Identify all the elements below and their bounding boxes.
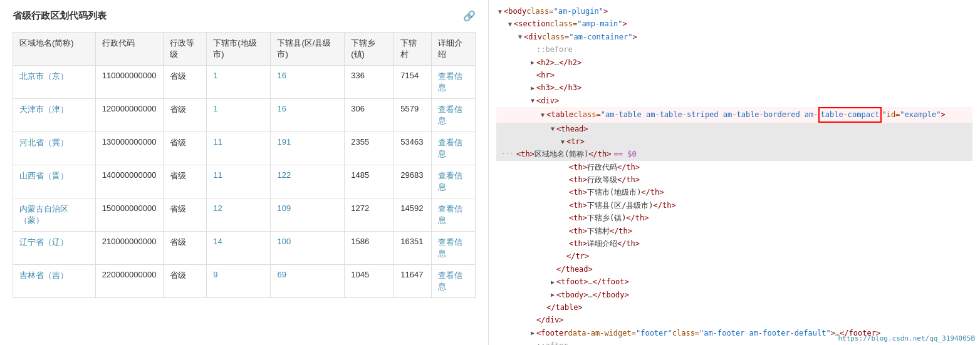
dom-line-th-name: ··· <th>区域地名(简称)</th> == $0 [496,148,972,160]
cell-county[interactable]: 16 [271,99,345,132]
cell-city[interactable]: 1 [207,99,271,132]
cell-detail[interactable]: 查看信息 [432,232,476,265]
cell-level: 省级 [163,265,207,298]
cell-city[interactable]: 1 [207,66,271,99]
status-bar: https://blog.csdn.net/qq_3194005B [838,334,975,342]
cell-city[interactable]: 11 [207,165,271,198]
county-link[interactable]: 191 [277,137,291,147]
county-link[interactable]: 16 [277,104,286,113]
cell-city[interactable]: 9 [207,265,271,298]
city-link[interactable]: 11 [213,137,222,147]
cell-detail[interactable]: 查看信息 [432,132,476,165]
county-link[interactable]: 109 [277,203,291,213]
cell-level: 省级 [163,132,207,165]
triangle-div-container[interactable]: ▼ [516,31,524,42]
triangle-div[interactable]: ▼ [529,95,536,106]
cell-level: 省级 [163,198,207,232]
col-header-city: 下辖市(地级市) [207,33,271,66]
right-panel: ▼ <body class="am-plugin"> ▼ <section cl… [489,0,980,345]
cell-town: 336 [345,66,394,99]
city-link[interactable]: 1 [213,71,217,80]
cell-name[interactable]: 河北省（冀） [13,132,96,165]
detail-link[interactable]: 查看信息 [438,237,462,258]
cell-name[interactable]: 天津市（津） [13,99,96,132]
triangle-section[interactable]: ▼ [506,19,514,29]
table-row: 吉林省（吉）220000000000省级969104511647查看信息 [13,265,476,298]
triangle-h2[interactable]: ▶ [529,57,536,68]
cell-detail[interactable]: 查看信息 [432,66,476,99]
cell-level: 省级 [163,232,207,265]
cell-village: 11647 [394,265,432,298]
cell-code: 130000000000 [95,132,163,165]
county-link[interactable]: 100 [277,237,291,246]
dom-line-section: ▼ <section class="amp-main"> [496,18,972,30]
city-link[interactable]: 9 [213,270,217,279]
dom-line-th-village: <th>下辖村</th> [496,225,972,237]
cell-city[interactable]: 11 [207,132,271,165]
triangle-tbody[interactable]: ▶ [549,289,556,300]
detail-link[interactable]: 查看信息 [438,171,462,192]
detail-link[interactable]: 查看信息 [438,71,462,92]
cell-county[interactable]: 100 [271,232,345,265]
dom-line-th-city: <th>下辖市(地级市)</th> [496,186,972,198]
triangle-table[interactable]: ▼ [539,110,546,120]
cell-county[interactable]: 122 [271,165,345,198]
cell-code: 210000000000 [95,232,163,265]
triangle-tfoot[interactable]: ▶ [549,277,556,287]
region-name-link[interactable]: 山西省（晋） [19,171,68,180]
cell-name[interactable]: 北京市（京） [13,66,96,99]
cell-detail[interactable]: 查看信息 [432,165,476,198]
region-name-link[interactable]: 吉林省（吉） [19,270,68,280]
cell-detail[interactable]: 查看信息 [432,99,476,132]
city-link[interactable]: 12 [213,203,222,213]
region-name-link[interactable]: 天津市（津） [19,105,68,114]
region-name-link[interactable]: 辽宁省（辽） [19,237,68,247]
cell-county[interactable]: 69 [271,265,345,298]
cell-county[interactable]: 109 [271,198,345,232]
data-table: 区域地名(简称) 行政代码 行政等级 下辖市(地级市) 下辖县(区/县级市) 下… [13,32,476,298]
table-row: 内蒙古自治区（蒙）150000000000省级12109127214592查看信… [13,198,476,232]
cell-city[interactable]: 14 [207,232,271,265]
cell-detail[interactable]: 查看信息 [432,265,476,298]
dom-line-table[interactable]: ▼ <table class="am-table am-table-stripe… [496,107,972,122]
detail-link[interactable]: 查看信息 [438,270,462,291]
link-icon[interactable]: 🔗 [463,10,476,22]
city-link[interactable]: 1 [213,104,217,113]
detail-link[interactable]: 查看信息 [438,105,462,125]
cell-level: 省级 [163,165,207,198]
cell-name[interactable]: 辽宁省（辽） [13,232,96,265]
cell-town: 306 [345,99,394,132]
county-link[interactable]: 16 [277,71,286,80]
cell-level: 省级 [163,66,207,99]
left-panel: 省级行政区划代码列表 🔗 区域地名(简称) 行政代码 行政等级 下辖市(地级市)… [0,0,489,345]
dom-line-thead: ▼ <thead> [496,123,972,135]
cell-detail[interactable]: 查看信息 [432,198,476,232]
city-link[interactable]: 11 [213,170,222,180]
dom-line-div-container: ▼ <div class="am-container"> [496,31,972,43]
triangle-h3[interactable]: ▶ [529,83,536,93]
city-link[interactable]: 14 [213,237,222,246]
region-name-link[interactable]: 北京市（京） [19,71,68,81]
detail-link[interactable]: 查看信息 [438,138,462,158]
triangle-body[interactable]: ▼ [496,6,504,17]
table-row: 山西省（晋）140000000000省级11122148529683查看信息 [13,165,476,198]
county-link[interactable]: 122 [277,170,291,180]
county-link[interactable]: 69 [277,270,286,279]
cell-level: 省级 [163,99,207,132]
triangle-tr-head[interactable]: ▼ [559,136,566,147]
triangle-thead[interactable]: ▼ [549,123,556,134]
cell-name[interactable]: 吉林省（吉） [13,265,96,298]
dom-line-table-close: ▶ </table> [496,301,972,314]
triangle-footer[interactable]: ▶ [529,327,536,338]
detail-link[interactable]: 查看信息 [438,204,462,225]
cell-name[interactable]: 内蒙古自治区（蒙） [13,198,96,232]
table-row: 北京市（京）110000000000省级1163367154查看信息 [13,66,476,99]
cell-city[interactable]: 12 [207,198,271,232]
cell-name[interactable]: 山西省（晋） [13,165,96,198]
cell-village: 29683 [394,165,432,198]
cell-county[interactable]: 191 [271,132,345,165]
cell-county[interactable]: 16 [271,66,345,99]
region-name-link[interactable]: 内蒙古自治区（蒙） [19,204,68,225]
cell-village: 5579 [394,99,432,132]
region-name-link[interactable]: 河北省（冀） [19,138,68,147]
